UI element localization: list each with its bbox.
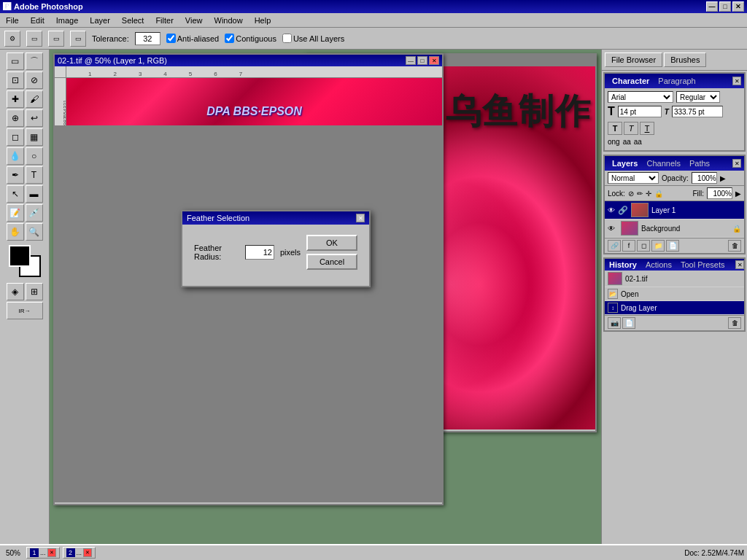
lock-all-button[interactable]: 🔒 — [654, 190, 663, 198]
file-browser-button[interactable]: File Browser — [605, 52, 662, 67]
layer1-visibility-eye[interactable]: 👁 — [608, 206, 615, 214]
tool-clone[interactable]: ⊕ — [7, 109, 24, 127]
layers-panel-close[interactable]: ✕ — [732, 159, 741, 168]
char-panel-close[interactable]: ✕ — [732, 77, 741, 85]
tool-screen-mode[interactable]: ⊞ — [26, 283, 43, 300]
lock-paint-button[interactable]: ✏ — [637, 190, 643, 198]
tool-marquee[interactable]: ▭ — [7, 52, 24, 70]
menu-help[interactable]: Help — [252, 15, 274, 26]
font-style-select[interactable]: Regular — [676, 91, 720, 103]
menu-file[interactable]: File — [3, 15, 22, 26]
fill-input[interactable] — [707, 187, 732, 199]
tool-options-btn3[interactable]: ▭ — [48, 31, 64, 47]
image-maximize-button[interactable]: □ — [417, 56, 427, 65]
fill-arrow[interactable]: ▶ — [735, 190, 741, 198]
menu-window[interactable]: Window — [212, 15, 246, 26]
foreground-color-swatch[interactable] — [9, 245, 31, 267]
feather-radius-input[interactable] — [245, 245, 274, 260]
history-item-drag[interactable]: ↕ Drag Layer — [605, 301, 744, 315]
tool-lasso[interactable]: ⌒ — [26, 52, 43, 70]
tab-tool-presets[interactable]: Tool Presets — [676, 259, 729, 271]
menu-select[interactable]: Select — [119, 15, 147, 26]
feather-cancel-button[interactable]: Cancel — [306, 254, 357, 270]
history-item-snapshot[interactable]: 02-1.tif — [605, 271, 744, 287]
link-layers-button[interactable]: 🔗 — [608, 240, 621, 252]
foreground-background-colors[interactable] — [9, 245, 41, 277]
add-mask-button[interactable]: ◻ — [637, 240, 650, 252]
tab-channels[interactable]: Channels — [642, 158, 684, 169]
tool-options-btn1[interactable]: ⚙ — [4, 31, 20, 47]
tool-pen[interactable]: ✒ — [7, 166, 24, 184]
opacity-arrow[interactable]: ▶ — [720, 174, 726, 182]
tracking-input[interactable] — [672, 106, 723, 117]
taskbar-item-1[interactable]: 1 ... ✕ — [26, 547, 60, 559]
delete-layer-button[interactable]: 🗑 — [728, 240, 741, 252]
tool-imageready[interactable]: IR→ — [7, 302, 43, 319]
history-item-open[interactable]: 📂 Open — [605, 287, 744, 301]
tool-zoom[interactable]: 🔍 — [26, 223, 43, 241]
menu-image[interactable]: Image — [53, 15, 82, 26]
bold-button[interactable]: T — [608, 122, 622, 135]
menu-edit[interactable]: Edit — [28, 15, 47, 26]
brushes-button[interactable]: Brushes — [664, 52, 706, 67]
tab-history[interactable]: History — [605, 259, 641, 271]
tab-character[interactable]: Character — [608, 75, 654, 87]
font-family-select[interactable]: Arial — [608, 91, 673, 103]
tool-text[interactable]: T — [26, 166, 43, 184]
taskbar-item-1-close[interactable]: ✕ — [47, 548, 56, 557]
layer-effects-button[interactable]: f — [622, 240, 635, 252]
tool-crop[interactable]: ⊡ — [7, 71, 24, 89]
lock-transparent-button[interactable]: ⊘ — [628, 190, 634, 198]
minimize-button[interactable]: — — [706, 1, 718, 12]
underline-button[interactable]: T — [640, 122, 654, 135]
tool-notes[interactable]: 📝 — [7, 204, 24, 222]
tool-eraser[interactable]: ◻ — [7, 128, 24, 146]
background-visibility-eye[interactable]: 👁 — [608, 225, 615, 233]
maximize-button[interactable]: □ — [719, 1, 731, 12]
tab-layers[interactable]: Layers — [608, 158, 642, 169]
tool-dodge[interactable]: ○ — [26, 147, 43, 165]
tool-brush[interactable]: 🖌 — [26, 90, 43, 108]
menu-view[interactable]: View — [182, 15, 206, 26]
tool-gradient[interactable]: ▦ — [26, 128, 43, 146]
tool-healing[interactable]: ✚ — [7, 90, 24, 108]
layer-row-background[interactable]: 👁 Background 🔒 — [605, 219, 744, 238]
tab-paragraph[interactable]: Paragraph — [654, 75, 700, 87]
tool-mask-mode[interactable]: ◈ — [7, 283, 24, 300]
new-snapshot-button[interactable]: 📷 — [608, 317, 621, 329]
close-button[interactable]: ✕ — [732, 1, 744, 12]
menu-filter[interactable]: Filter — [152, 15, 176, 26]
tool-options-btn4[interactable]: ▭ — [70, 31, 86, 47]
tolerance-input[interactable] — [135, 32, 160, 45]
tab-paths[interactable]: Paths — [685, 158, 714, 169]
tool-blur[interactable]: 💧 — [7, 147, 24, 165]
font-size-input[interactable] — [618, 106, 662, 117]
menu-layer[interactable]: Layer — [87, 15, 113, 26]
feather-ok-button[interactable]: OK — [306, 235, 357, 251]
image-close-button[interactable]: ✕ — [429, 56, 439, 65]
tool-eyedropper[interactable]: 💉 — [26, 204, 43, 222]
lock-move-button[interactable]: ✛ — [646, 190, 651, 198]
blend-mode-select[interactable]: Normal — [608, 172, 659, 184]
tool-shape[interactable]: ▬ — [26, 185, 43, 203]
tool-path-select[interactable]: ↖ — [7, 185, 24, 203]
layer-row-layer1[interactable]: 👁 🔗 Layer 1 — [605, 201, 744, 219]
delete-state-button[interactable]: 🗑 — [728, 317, 741, 329]
tab-actions[interactable]: Actions — [641, 259, 676, 271]
tool-options-btn2[interactable]: ▭ — [26, 31, 42, 47]
history-panel-close[interactable]: ✕ — [735, 260, 744, 269]
italic-button[interactable]: T — [624, 122, 638, 135]
new-group-button[interactable]: 📁 — [651, 240, 665, 252]
new-layer-button[interactable]: 📄 — [666, 240, 679, 252]
taskbar-item-2[interactable]: 2 ... ✕ — [63, 547, 96, 559]
feather-close-button[interactable]: ✕ — [356, 214, 365, 222]
tool-hand[interactable]: ✋ — [7, 223, 24, 241]
contiguous-check[interactable]: Contiguous — [225, 34, 276, 43]
tool-history-brush[interactable]: ↩ — [26, 109, 43, 127]
new-document-from-state-button[interactable]: 📄 — [622, 317, 635, 329]
taskbar-item-2-close[interactable]: ✕ — [83, 548, 92, 557]
tool-slice[interactable]: ⊘ — [26, 71, 43, 89]
anti-aliased-check[interactable]: Anti-aliased — [166, 34, 219, 43]
opacity-input[interactable] — [692, 172, 717, 184]
image-minimize-button[interactable]: — — [406, 56, 416, 65]
